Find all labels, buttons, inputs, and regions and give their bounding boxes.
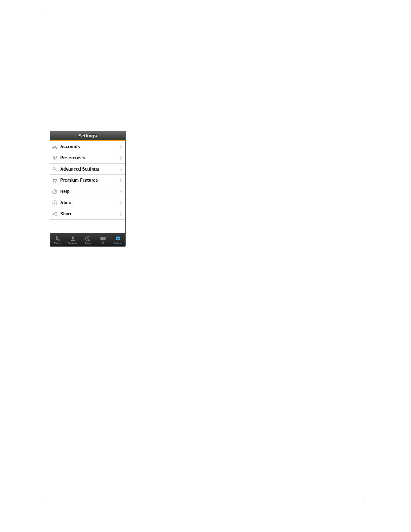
svg-rect-6 [53, 157, 54, 158]
tab-im[interactable]: IM [95, 233, 110, 246]
accounts-icon [52, 144, 58, 150]
settings-icon [115, 236, 121, 242]
svg-rect-8 [56, 156, 57, 157]
share-icon [52, 211, 58, 217]
tab-bar: Phone Contacts History IM [50, 233, 125, 246]
svg-point-10 [55, 169, 57, 171]
settings-row-label: Accounts [60, 144, 119, 149]
svg-line-21 [54, 213, 56, 214]
page-divider-bottom [47, 502, 364, 502]
chevron-right-icon [119, 167, 123, 171]
premium-features-icon [52, 177, 58, 184]
settings-row-label: About [60, 200, 119, 205]
page-divider-top [47, 17, 364, 17]
im-icon [100, 236, 106, 242]
settings-row-label: Share [60, 212, 119, 216]
settings-row-premium-features[interactable]: Premium Features [50, 175, 125, 186]
svg-point-23 [72, 236, 74, 239]
help-icon [52, 189, 58, 195]
settings-row-label: Advanced Settings [60, 167, 119, 171]
settings-row-accounts[interactable]: Accounts [50, 141, 125, 152]
tab-label: Settings [114, 242, 122, 245]
tab-label: Contacts [68, 242, 78, 245]
phone-icon [55, 236, 61, 242]
tab-history[interactable]: History [80, 233, 95, 246]
svg-point-11 [53, 181, 54, 182]
settings-row-label: Premium Features [60, 178, 119, 183]
settings-row-help[interactable]: Help [50, 186, 125, 197]
preferences-icon [52, 155, 58, 161]
tab-settings[interactable]: Settings [110, 233, 125, 246]
chevron-right-icon [119, 145, 123, 149]
titlebar: Settings [50, 131, 125, 141]
svg-point-16 [54, 201, 55, 202]
page-title: Settings [78, 133, 97, 138]
tab-label: History [84, 242, 91, 245]
about-icon [52, 200, 58, 206]
settings-screen: Settings Accounts [50, 131, 126, 247]
settings-row-label: Preferences [60, 156, 119, 160]
settings-row-preferences[interactable]: Preferences [50, 152, 125, 164]
chevron-right-icon [119, 212, 123, 216]
contacts-icon [70, 236, 76, 242]
svg-point-20 [56, 215, 57, 216]
svg-point-14 [54, 193, 55, 193]
svg-rect-7 [54, 158, 55, 159]
chevron-right-icon [119, 201, 123, 205]
settings-row-label: Help [60, 189, 119, 194]
chevron-right-icon [119, 178, 123, 183]
tab-phone[interactable]: Phone [50, 233, 65, 246]
settings-row-about[interactable]: About [50, 197, 125, 208]
history-icon [85, 236, 91, 242]
chevron-right-icon [119, 156, 123, 160]
svg-line-22 [54, 214, 56, 215]
advanced-settings-icon [52, 166, 58, 172]
tab-contacts[interactable]: Contacts [65, 233, 80, 246]
tab-label: IM [101, 242, 104, 245]
svg-point-19 [56, 212, 57, 213]
svg-point-12 [55, 181, 56, 182]
settings-row-share[interactable]: Share [50, 208, 125, 220]
settings-row-advanced-settings[interactable]: Advanced Settings [50, 164, 125, 175]
settings-list: Accounts Preferences [50, 141, 125, 233]
chevron-right-icon [119, 190, 123, 194]
tab-label: Phone [54, 242, 61, 245]
